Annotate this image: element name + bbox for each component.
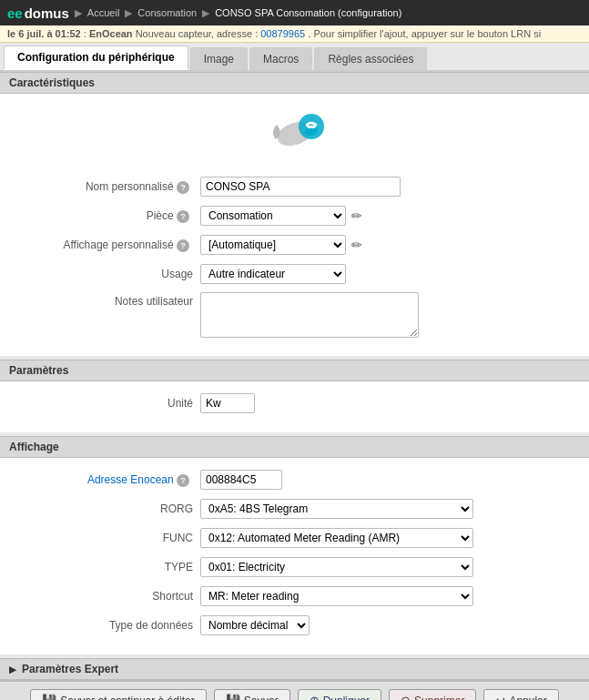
save-continue-label: Sauver et continuer à éditer [60, 695, 194, 701]
logo: eedomus [7, 5, 69, 21]
nav-arrow-2: ▶ [125, 7, 132, 19]
device-icon [266, 105, 324, 163]
control-notes [200, 292, 571, 338]
control-type-donnees: Nombre décimal Entier Texte [200, 615, 571, 635]
section-caracteristiques-title: Caractéristiques [9, 76, 95, 89]
control-shortcut: MR: Meter reading TMP: Temperature HUM: … [200, 586, 571, 606]
duplicate-icon: ⊕ [310, 694, 320, 700]
section-affichage-content: Adresse Enocean ? RORG 0xA5: 4BS Telegra… [0, 458, 589, 654]
label-unite: Unité [18, 397, 200, 410]
help-affichage-personnalise[interactable]: ? [177, 239, 189, 252]
row-rorg: RORG 0xA5: 4BS Telegram 0xF6: RPS Telegr… [18, 498, 571, 520]
notif-source: EnOcean [89, 28, 133, 39]
device-icon-area [18, 105, 571, 163]
nav-item-accueil[interactable]: Accueil [87, 7, 119, 18]
adresse-enocean-label-colored: Adresse Enocean [87, 473, 174, 486]
label-notes: Notes utilisateur [18, 292, 200, 308]
row-adresse-enocean: Adresse Enocean ? [18, 469, 571, 491]
help-piece[interactable]: ? [177, 210, 189, 223]
select-piece[interactable]: Consomation Salon Cuisine [200, 206, 346, 226]
label-nom-personnalise: Nom personnalisé ? [18, 180, 200, 194]
input-nom-personnalise[interactable] [200, 177, 401, 197]
help-adresse-enocean[interactable]: ? [177, 474, 189, 487]
top-nav: eedomus ▶ Accueil ▶ Consomation ▶ CONSO … [0, 0, 589, 25]
control-unite [200, 393, 571, 413]
notification-bar: le 6 juil. à 01:52 : EnOcean Nouveau cap… [0, 25, 589, 43]
save-button[interactable]: 💾 Sauver [214, 689, 290, 700]
select-usage[interactable]: Autre indicateur Température Humidité [200, 264, 346, 284]
control-affichage-personnalise: [Automatique] Manuel ✏ [200, 235, 571, 255]
collapse-icon: ▶ [9, 664, 16, 675]
delete-button[interactable]: ⊖ Supprimer [389, 689, 476, 700]
nav-item-consomation[interactable]: Consomation [137, 7, 197, 18]
delete-icon: ⊖ [401, 694, 411, 700]
label-type-donnees: Type de données [18, 619, 200, 632]
label-piece: Pièce ? [18, 209, 200, 223]
save-label: Sauver [244, 695, 279, 701]
save-continue-icon: 💾 [42, 694, 56, 700]
section-affichage-header: Affichage [0, 436, 589, 458]
section-caracteristiques-content: Nom personnalisé ? Pièce ? Consomation S… [0, 94, 589, 356]
section-caracteristiques-header: Caractéristiques [0, 72, 589, 94]
select-func[interactable]: 0x12: Automated Meter Reading (AMR) 0x02… [200, 528, 473, 548]
row-type-donnees: Type de données Nombre décimal Entier Te… [18, 614, 571, 636]
control-piece: Consomation Salon Cuisine ✏ [200, 206, 571, 226]
cancel-label: Annuler [509, 695, 546, 701]
label-affichage-personnalise: Affichage personnalisé ? [18, 238, 200, 252]
section-parametres-content: Unité [0, 381, 589, 432]
label-shortcut: Shortcut [18, 590, 200, 603]
row-nom-personnalise: Nom personnalisé ? [18, 176, 571, 198]
input-adresse-enocean[interactable] [200, 470, 282, 490]
control-usage: Autre indicateur Température Humidité [200, 264, 571, 284]
nav-arrow-1: ▶ [75, 7, 82, 19]
label-rorg: RORG [18, 502, 200, 515]
notif-message: Nouveau capteur, adresse : [136, 28, 259, 39]
notif-date: le 6 juil. à 01:52 [7, 28, 81, 39]
section-parametres-expert-title: Paramètres Expert [22, 663, 118, 675]
label-func: FUNC [18, 532, 200, 544]
edit-affichage-button[interactable]: ✏ [350, 238, 364, 252]
row-unite: Unité [18, 392, 571, 414]
tab-configuration[interactable]: Configuration du périphérique [4, 46, 188, 70]
section-parametres-expert-header[interactable]: ▶ Paramètres Expert [0, 658, 589, 680]
tab-image[interactable]: Image [190, 47, 248, 70]
label-usage: Usage [18, 268, 200, 280]
select-type-donnees[interactable]: Nombre décimal Entier Texte [200, 615, 310, 635]
nav-item-config[interactable]: CONSO SPA Consomation (configuration) [215, 7, 401, 18]
control-nom-personnalise [200, 177, 571, 197]
delete-label: Supprimer [414, 695, 464, 701]
action-bar: 💾 Sauver et continuer à éditer 💾 Sauver … [0, 680, 589, 700]
control-rorg: 0xA5: 4BS Telegram 0xF6: RPS Telegram 0x… [200, 499, 571, 519]
save-icon: 💾 [226, 694, 240, 700]
help-nom-personnalise[interactable]: ? [177, 181, 189, 194]
nav-arrow-3: ▶ [202, 7, 209, 19]
tab-regles[interactable]: Règles associées [314, 47, 427, 70]
row-notes: Notes utilisateur [18, 292, 571, 338]
cancel-button[interactable]: ↩ Annuler [483, 689, 558, 700]
row-type: TYPE 0x01: Electricity 0x02: Gas 0x03: W… [18, 556, 571, 578]
row-piece: Pièce ? Consomation Salon Cuisine ✏ [18, 205, 571, 227]
save-continue-button[interactable]: 💾 Sauver et continuer à éditer [30, 689, 206, 700]
select-type[interactable]: 0x01: Electricity 0x02: Gas 0x03: Water [200, 557, 473, 577]
control-type: 0x01: Electricity 0x02: Gas 0x03: Water [200, 557, 571, 577]
duplicate-button[interactable]: ⊕ Dupliquer [298, 689, 381, 700]
row-shortcut: Shortcut MR: Meter reading TMP: Temperat… [18, 585, 571, 607]
section-parametres-title: Paramètres [9, 364, 68, 377]
label-adresse-enocean: Adresse Enocean ? [18, 473, 200, 487]
control-adresse-enocean [200, 470, 571, 490]
select-affichage-personnalise[interactable]: [Automatique] Manuel [200, 235, 346, 255]
tab-macros[interactable]: Macros [249, 47, 312, 70]
notif-suffix: . Pour simplifier l'ajout, appuyer sur l… [308, 28, 541, 39]
row-affichage-personnalise: Affichage personnalisé ? [Automatique] M… [18, 234, 571, 256]
input-unite[interactable] [200, 393, 255, 413]
section-parametres-header: Paramètres [0, 360, 589, 381]
duplicate-label: Dupliquer [323, 695, 370, 701]
select-shortcut[interactable]: MR: Meter reading TMP: Temperature HUM: … [200, 586, 473, 606]
control-func: 0x12: Automated Meter Reading (AMR) 0x02… [200, 528, 571, 548]
textarea-notes[interactable] [200, 292, 419, 338]
notif-address: 00879965 [260, 28, 305, 39]
cancel-icon: ↩ [495, 694, 505, 700]
edit-piece-button[interactable]: ✏ [350, 208, 364, 223]
row-usage: Usage Autre indicateur Température Humid… [18, 263, 571, 285]
select-rorg[interactable]: 0xA5: 4BS Telegram 0xF6: RPS Telegram 0x… [200, 499, 473, 519]
